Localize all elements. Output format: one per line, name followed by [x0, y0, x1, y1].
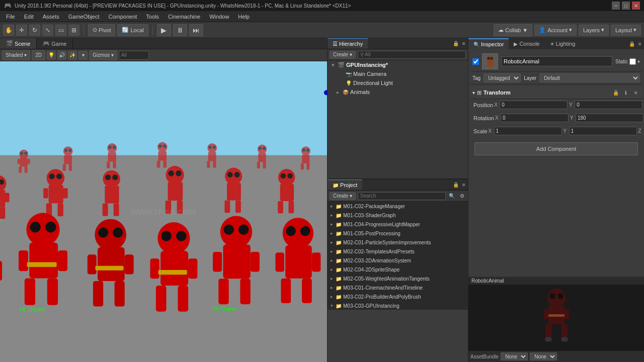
transform-header[interactable]: ▾ ⊞ Transform 🔒 ℹ ≡: [470, 86, 642, 99]
more-toggle[interactable]: ▾: [78, 51, 88, 60]
search-icon[interactable]: 🔍: [448, 192, 456, 200]
tab-inspector[interactable]: 🔍 Inspector: [468, 38, 509, 49]
svg-rect-116: [95, 266, 123, 270]
project-item-gpu[interactable]: ▾📁M03-C03-GPUInstancing: [328, 301, 468, 310]
step-button[interactable]: ⏭: [189, 24, 203, 36]
rect-tool[interactable]: ▭: [55, 25, 66, 36]
component-menu-icon[interactable]: ≡: [632, 88, 640, 97]
assetbundle-dropdown-1[interactable]: None: [501, 352, 528, 360]
hand-tool[interactable]: ✋: [3, 25, 14, 36]
svg-point-45: [306, 149, 309, 152]
assetbundle-dropdown-2[interactable]: None: [530, 352, 557, 360]
project-item[interactable]: ▸📁M03-C01-CinemachineAndTimeline: [328, 283, 468, 292]
audio-toggle[interactable]: 🔊: [57, 51, 66, 60]
transform-tool[interactable]: ⊞: [68, 25, 79, 36]
menu-component[interactable]: Component: [104, 13, 141, 21]
rotation-y-field[interactable]: [576, 114, 643, 122]
project-item[interactable]: ▸📁M03-C02-ProBuilderAndPolyBrush: [328, 292, 468, 301]
project-menu-icon[interactable]: ≡: [460, 181, 468, 189]
scene-viewport[interactable]: Hi There!: [0, 61, 327, 362]
hierarchy-search[interactable]: [358, 51, 466, 59]
position-row: Position X Y Z: [470, 99, 642, 111]
svg-rect-23: [158, 151, 167, 161]
position-y-field[interactable]: [575, 101, 642, 109]
inspector-menu-icon[interactable]: ≡: [636, 40, 644, 48]
hierarchy-create-button[interactable]: Create ▾: [330, 51, 356, 59]
tab-console[interactable]: ▶ Console: [509, 38, 544, 49]
component-lock-icon[interactable]: 🔒: [612, 88, 620, 97]
project-item[interactable]: ▸📁M01-C02-PackageManager: [328, 202, 468, 211]
gizmos-dropdown[interactable]: Gizmos ▾: [89, 50, 117, 60]
menu-tools[interactable]: Tools: [142, 13, 163, 21]
pivot-button[interactable]: ⊙ Pivot: [88, 24, 115, 36]
layer-dropdown[interactable]: Default: [539, 73, 640, 82]
svg-rect-70: [168, 182, 183, 201]
light-toggle[interactable]: 💡: [47, 51, 56, 60]
scale-tool[interactable]: ⤡: [42, 25, 53, 36]
hierarchy-scene-root[interactable]: ▾ 🎬 GPUInstancing*: [328, 60, 468, 69]
play-button[interactable]: ▶: [157, 24, 171, 36]
collab-button[interactable]: ☁ Collab ▼: [494, 24, 532, 36]
object-active-checkbox[interactable]: [472, 58, 479, 65]
menu-cinemachine[interactable]: Cinemachine: [164, 13, 204, 21]
project-item[interactable]: ▸📁M02-C01-ParticleSystemImprovements: [328, 238, 468, 247]
hierarchy-menu-icon[interactable]: ≡: [460, 40, 468, 48]
add-component-button[interactable]: Add Component: [474, 142, 638, 155]
local-button[interactable]: 🔄 Local: [117, 24, 148, 36]
rotate-tool[interactable]: ↻: [29, 25, 40, 36]
menu-window[interactable]: Window: [205, 13, 233, 21]
project-item[interactable]: ▸📁M01-C03-ShaderGraph: [328, 211, 468, 220]
menu-help[interactable]: Help: [234, 13, 254, 21]
maximize-button[interactable]: □: [622, 2, 630, 10]
preview-content[interactable]: [468, 285, 644, 351]
minimize-button[interactable]: ─: [612, 2, 620, 10]
menu-file[interactable]: File: [2, 13, 19, 21]
static-checkbox[interactable]: [629, 58, 636, 65]
project-create-button[interactable]: Create ▾: [330, 192, 356, 200]
scale-y-field[interactable]: [569, 127, 637, 135]
shading-dropdown[interactable]: Shaded ▾: [2, 50, 30, 60]
project-item[interactable]: ▸📁M02-C02-TemplatesAndPresets: [328, 247, 468, 256]
project-item[interactable]: ▸📁M01-C04-ProgressiveLightMapper: [328, 220, 468, 229]
scale-x-field[interactable]: [494, 127, 562, 135]
tab-game[interactable]: 🎮 Game: [37, 38, 73, 49]
tab-hierarchy[interactable]: ☰ Hierarchy: [328, 38, 368, 49]
move-tool[interactable]: ✛: [16, 25, 27, 36]
position-x-field[interactable]: [500, 101, 568, 109]
svg-rect-100: [25, 279, 35, 305]
hierarchy-item-main-camera[interactable]: ▸ 📷 Main Camera: [328, 69, 468, 78]
layers-button[interactable]: Layers ▾: [579, 25, 609, 36]
project-item[interactable]: ▸📁M02-C05-WeightedAnimationTangents: [328, 274, 468, 283]
tag-dropdown[interactable]: Untagged: [484, 73, 521, 82]
project-item[interactable]: ▸📁M01-C05-PostProcessing: [328, 229, 468, 238]
tab-lighting[interactable]: ☀ Lighting: [545, 38, 581, 49]
object-name-field[interactable]: [501, 56, 612, 66]
menu-assets[interactable]: Assets: [39, 13, 63, 21]
2d-button[interactable]: 2D: [32, 50, 45, 60]
tab-project[interactable]: 📁 Project: [328, 179, 362, 190]
component-info-icon[interactable]: ℹ: [622, 88, 630, 97]
project-item[interactable]: ▸📁M02-C03-2DAnimationSystem: [328, 256, 468, 265]
scene-search[interactable]: [119, 51, 149, 60]
hierarchy-item-animals[interactable]: ▸ 📦 Animals: [328, 87, 468, 97]
scale-y-wrap: Y: [564, 127, 637, 135]
effects-toggle[interactable]: ✨: [68, 51, 77, 60]
inspector-lock-icon[interactable]: 🔒: [628, 40, 636, 48]
tab-scene[interactable]: 🎬 Scene: [0, 38, 37, 49]
project-item[interactable]: ▸📁M02-C04-2DSpriteShape: [328, 265, 468, 274]
project-search[interactable]: [358, 192, 446, 200]
layout-button[interactable]: Layout ▾: [611, 25, 641, 36]
rotation-x-field[interactable]: [501, 114, 569, 122]
hierarchy-item-directional-light[interactable]: ▸ 💡 Directional Light: [328, 78, 468, 87]
svg-point-55: [47, 169, 65, 187]
menu-gameobject[interactable]: GameObject: [64, 13, 104, 21]
project-lock-icon[interactable]: 🔒: [452, 181, 460, 189]
pause-button[interactable]: ⏸: [173, 24, 187, 36]
chevron-down-icon[interactable]: ▾: [637, 59, 640, 64]
account-button[interactable]: 👤 Account ▾: [534, 25, 577, 36]
project-settings-icon[interactable]: ⚙: [458, 192, 466, 200]
close-button[interactable]: ✕: [632, 2, 640, 10]
svg-text:Hi There!: Hi There!: [0, 218, 2, 222]
hierarchy-lock-icon[interactable]: 🔒: [452, 40, 460, 48]
menu-edit[interactable]: Edit: [20, 13, 38, 21]
